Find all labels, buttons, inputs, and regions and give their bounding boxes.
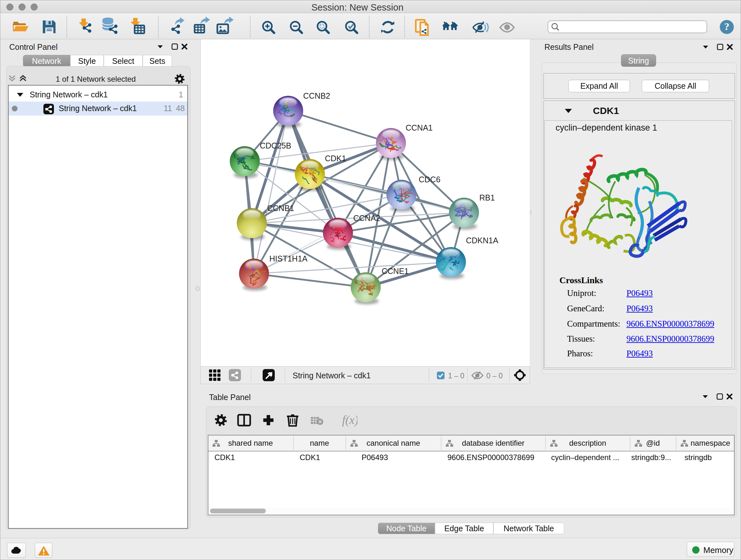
svg-text:CDK1: CDK1 <box>325 154 346 163</box>
svg-text:f(x): f(x) <box>342 414 357 427</box>
svg-text:CCNB1: CCNB1 <box>267 204 294 212</box>
svg-text:CCNE1: CCNE1 <box>382 266 409 275</box>
svg-text:HIST1H1A: HIST1H1A <box>269 254 308 263</box>
svg-text:?: ? <box>724 21 730 32</box>
svg-text:CCNB2: CCNB2 <box>303 91 330 100</box>
svg-text:CDC25B: CDC25B <box>260 141 291 150</box>
svg-text:CCNA2: CCNA2 <box>353 213 381 223</box>
svg-text:CDC6: CDC6 <box>419 175 441 184</box>
svg-text:RB1: RB1 <box>479 193 495 202</box>
svg-text:CDKN1A: CDKN1A <box>466 236 498 245</box>
svg-text:CCNA1: CCNA1 <box>406 123 433 132</box>
